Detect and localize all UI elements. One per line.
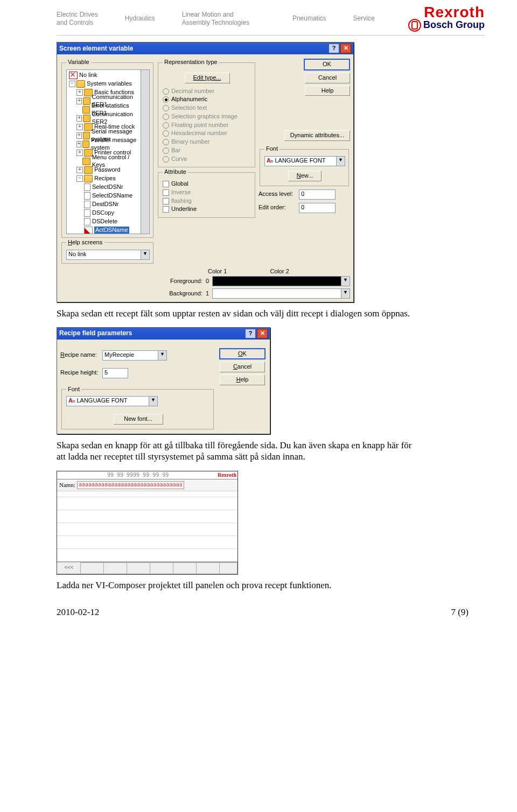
help-screens-group: Help screens No link▼ (61, 239, 153, 264)
folder-icon (83, 97, 90, 105)
variable-group: Variable No link −System variables +Basi… (61, 59, 153, 238)
help-button[interactable]: Help (220, 375, 265, 385)
body-paragraph: Skapa sedan en knapp för att gå tillbaka… (57, 440, 415, 463)
dialog-title: Screen element variable (59, 45, 133, 53)
recipe-height-label: Recipe height: (60, 369, 102, 377)
hmi-screen-preview: 99 99 9999 99 99 99 Rexroth Namn: aaaaaa… (57, 471, 238, 575)
color1-label: Color 1 (208, 268, 227, 276)
folder-icon (76, 80, 85, 88)
chevron-down-icon[interactable]: ▼ (337, 156, 345, 166)
background-label: Background: (159, 290, 202, 298)
var-icon (84, 218, 90, 225)
page-footer: 2010-02-12 7 (9) (0, 596, 517, 618)
font-combo[interactable]: Ab LANGUAGE FONT▼ (264, 156, 345, 166)
representation-group: Representation type Edit type... Decimal… (158, 59, 255, 167)
help-titlebar-button[interactable]: ? (245, 329, 256, 338)
variable-legend: Variable (66, 59, 91, 66)
doc-header: Electric Drives and Controls Hydraulics … (0, 0, 517, 35)
body-paragraph: Ladda ner VI-Composer projektet till pan… (57, 580, 415, 591)
close-titlebar-button[interactable]: ✕ (340, 44, 351, 53)
folder-icon (82, 106, 90, 114)
chevron-down-icon[interactable]: ▼ (141, 250, 150, 260)
edit-var-icon (84, 227, 93, 234)
folder-icon (84, 175, 93, 182)
tree-selected: ActDSName (94, 227, 129, 234)
folder-icon (83, 132, 90, 139)
folder-icon (82, 158, 90, 165)
cancel-button[interactable]: Cancel (220, 362, 265, 372)
ok-button[interactable]: OK (304, 59, 350, 70)
footer-date: 2010-02-12 (57, 607, 99, 618)
folder-icon (84, 149, 93, 157)
new-font-button[interactable]: New font... (114, 414, 163, 425)
var-icon (84, 183, 90, 191)
help-titlebar-button[interactable]: ? (329, 44, 339, 53)
var-icon (84, 209, 90, 217)
tree-scrollbar[interactable] (141, 69, 150, 234)
dialog-recipe-field-parameters: Recipe field parameters ? ✕ Recipe name:… (57, 327, 270, 435)
body-paragraph: Skapa sedan ett recept fält som upptar r… (57, 308, 415, 319)
edit-type-button[interactable]: Edit type... (185, 73, 230, 83)
chevron-down-icon[interactable]: ▼ (341, 276, 350, 286)
attribute-legend: Attribute (163, 168, 188, 176)
ok-button[interactable]: OK (219, 348, 266, 360)
footer-page: 7 (9) (451, 607, 469, 618)
dynamic-attributes-button[interactable]: Dynamic attributes... (284, 130, 350, 141)
help-button[interactable]: Help (305, 86, 350, 96)
namn-field[interactable]: aaaaaaaaaaaaaaaaaaaaaaaaaaaaaaaa (77, 481, 184, 489)
close-titlebar-button[interactable]: ✕ (257, 329, 268, 338)
titlebar: Screen element variable ? ✕ (57, 43, 353, 54)
font-legend: Font (264, 145, 280, 153)
chevron-down-icon[interactable]: ▼ (341, 288, 350, 299)
hdr-item: Hydraulics (125, 15, 155, 22)
foreground-combo[interactable]: ▼ (212, 276, 350, 286)
font-combo[interactable]: Ab LANGUAGE FONT▼ (66, 396, 158, 406)
foreground-label: Foreground: (159, 278, 202, 285)
folder-icon (83, 115, 90, 122)
edit-order-input[interactable]: 0 (299, 203, 336, 213)
variable-tree[interactable]: No link −System variables +Basic functio… (66, 69, 141, 234)
titlebar: Recipe field parameters ? ✕ (57, 328, 270, 340)
access-level-label: Access level: (258, 190, 299, 198)
font-group: Font Ab LANGUAGE FONT▼ New font... (61, 386, 214, 430)
edit-order-label: Edit order: (258, 204, 299, 211)
color2-label: Color 2 (270, 268, 289, 276)
background-combo[interactable]: ▼ (212, 288, 350, 299)
recipe-name-label: Recipe name: (60, 351, 102, 359)
var-icon (84, 201, 90, 208)
namn-label: Namn: (59, 482, 75, 489)
access-level-input[interactable]: 0 (299, 189, 336, 200)
folder-icon (84, 89, 93, 96)
attribute-group: Attribute Global Inverse flashing Underl… (158, 168, 255, 218)
var-icon (84, 192, 90, 200)
cancel-button[interactable]: Cancel (305, 73, 350, 83)
representation-legend: Representation type (163, 59, 219, 66)
dialog-title: Recipe field parameters (59, 329, 132, 337)
help-screens-legend: Help screens (66, 239, 104, 246)
help-link-combo[interactable]: No link▼ (66, 250, 150, 260)
hdr-item: Service (353, 15, 375, 22)
folder-icon (82, 140, 89, 148)
brand-logo: Rexroth Bosch Group (408, 5, 485, 32)
recipe-grid-area (57, 491, 237, 562)
brand-text: Rexroth (218, 472, 236, 479)
new-font-button[interactable]: New... (288, 171, 322, 181)
hdr-item: Pneumatics (292, 15, 326, 22)
hdr-item: Linear Motion and Assembly Technologies (182, 11, 249, 26)
status-bar-text: 99 99 9999 99 99 99 (58, 472, 218, 479)
bosch-logo-icon (408, 19, 421, 32)
chevron-down-icon[interactable]: ▼ (149, 396, 158, 406)
hdr-item: Electric Drives and Controls (57, 11, 98, 26)
dialog-screen-element-variable: Screen element variable ? ✕ Variable No … (57, 42, 354, 302)
chevron-down-icon[interactable]: ▼ (158, 350, 167, 361)
recipe-height-input[interactable]: 5 (102, 368, 128, 378)
recipe-name-combo[interactable]: MyRecepie▼ (102, 350, 167, 361)
font-group: Font Ab LANGUAGE FONT▼ New... (260, 145, 349, 186)
back-button[interactable]: <<< (57, 562, 81, 574)
header-divider (57, 35, 485, 36)
font-legend: Font (66, 386, 81, 393)
nolink-icon (69, 72, 78, 79)
folder-icon (84, 166, 93, 174)
